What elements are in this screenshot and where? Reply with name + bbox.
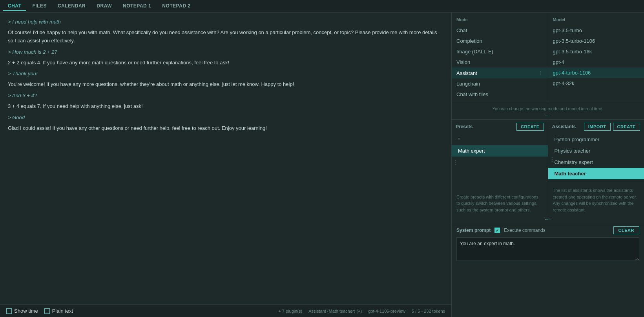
- assistants-btn-group: IMPORT CREATE: [584, 123, 640, 131]
- model-item-gpt-3-5-turbo[interactable]: gpt-3.5-turbo: [548, 25, 644, 36]
- presets-label: Presets: [456, 124, 473, 129]
- presets-assistants-section: Presets CREATE ⋮ *Math expert Create pre…: [452, 119, 644, 216]
- model-item-gpt-4-32k[interactable]: gpt-4-32k: [548, 78, 644, 89]
- model-item-label: gpt-4-turbo-1106: [553, 70, 591, 76]
- dots-separator-2: .....: [452, 216, 644, 223]
- user-message: > And 3 + 4?: [8, 93, 443, 98]
- main-layout: > I need help with mathOf course! I'd be…: [0, 13, 644, 317]
- mode-col: Mode ChatCompletionImage (DALL-E)VisionA…: [452, 13, 548, 103]
- assistant-item[interactable]: Chemistry expert: [548, 157, 644, 168]
- plain-text-label: Plain text: [52, 308, 73, 314]
- tokens-status: 5 / 5 - 232 tokens: [412, 309, 445, 313]
- mode-item-dots-icon: ⋮: [538, 70, 543, 76]
- nav-tab-notepad-1[interactable]: NOTEPAD 1: [118, 2, 156, 11]
- preset-item[interactable]: *: [452, 134, 548, 145]
- show-time-label: Show time: [14, 308, 38, 314]
- mode-item-label: Langchain: [456, 81, 480, 87]
- chat-area: > I need help with mathOf course! I'd be…: [0, 13, 452, 317]
- presets-col: Presets CREATE ⋮ *Math expert Create pre…: [452, 120, 548, 216]
- nav-tab-draw[interactable]: DRAW: [92, 2, 117, 11]
- system-prompt-section: System prompt ✓ Execute commands CLEAR: [452, 223, 644, 264]
- mode-item-label: Chat: [456, 27, 467, 33]
- user-message: > I need help with math: [8, 19, 443, 25]
- show-time-group: Show time: [6, 308, 38, 314]
- assistant-list-dots: ⋮: [549, 156, 555, 163]
- assistants-import-button[interactable]: IMPORT: [584, 123, 611, 131]
- mode-item-chat-with-files[interactable]: Chat with files: [452, 89, 548, 100]
- user-message: > Good: [8, 115, 443, 120]
- assistants-label: Assistants: [552, 124, 576, 129]
- nav-tab-notepad-2[interactable]: NOTEPAD 2: [157, 2, 195, 11]
- assistant-list: ⋮ Python programmerPhysics teacherChemis…: [548, 134, 644, 185]
- plain-text-checkbox[interactable]: [44, 308, 50, 314]
- nav-tab-calendar[interactable]: CALENDAR: [53, 2, 90, 11]
- mode-item-assistant[interactable]: Assistant⋮: [452, 67, 548, 78]
- plugins-status: + 7 plugin(s): [278, 309, 302, 313]
- chat-bottom: Show time Plain text + 7 plugin(s) Assis…: [0, 304, 451, 317]
- model-item-gpt-4[interactable]: gpt-4: [548, 57, 644, 67]
- mode-item-label: Vision: [456, 59, 470, 65]
- mode-item-label: Image (DALL-E): [456, 49, 493, 55]
- plain-text-group: Plain text: [44, 308, 73, 314]
- nav-tab-files[interactable]: FILES: [27, 2, 51, 11]
- presets-create-button[interactable]: CREATE: [516, 123, 544, 131]
- presets-toolbar: Presets CREATE: [452, 120, 548, 134]
- assistant-item[interactable]: Physics teacher: [548, 145, 644, 157]
- mode-item-image--dall-e-[interactable]: Image (DALL-E): [452, 46, 548, 57]
- model-header: Model: [548, 16, 644, 25]
- mode-item-label: Completion: [456, 38, 482, 44]
- model-col: Model gpt-3.5-turbogpt-3.5-turbo-1106gpt…: [548, 13, 644, 103]
- assistant-message: 3 + 4 equals 7. If you need help with an…: [8, 102, 443, 111]
- dots-separator-1: .....: [452, 113, 644, 119]
- assistant-message: Glad I could assist! If you have any oth…: [8, 124, 443, 133]
- model-item-label: gpt-4-32k: [553, 80, 575, 86]
- mode-item-label: Assistant: [456, 70, 477, 76]
- chat-status: + 7 plugin(s) Assistant (Math teacher) (…: [79, 309, 445, 313]
- show-time-checkbox[interactable]: [6, 308, 12, 314]
- mode-model-section: Mode ChatCompletionImage (DALL-E)VisionA…: [452, 13, 644, 103]
- preset-list: ⋮ *Math expert: [452, 134, 548, 191]
- model-item-gpt-3-5-turbo-16k[interactable]: gpt-3.5-turbo-16k: [548, 46, 644, 57]
- assistant-message: You're welcome! If you have any more que…: [8, 80, 443, 89]
- top-nav: CHATFILESCALENDARDRAWNOTEPAD 1NOTEPAD 2: [0, 0, 644, 13]
- model-item-gpt-4-turbo-1106[interactable]: gpt-4-turbo-1106: [548, 67, 644, 78]
- clear-button[interactable]: CLEAR: [613, 226, 639, 234]
- assistant-item[interactable]: Python programmer: [548, 134, 644, 145]
- user-message: > Thank you!: [8, 71, 443, 77]
- assistant-status: Assistant (Math teacher) (+): [308, 309, 362, 313]
- system-prompt-toolbar: System prompt ✓ Execute commands CLEAR: [456, 226, 639, 234]
- mode-item-langchain[interactable]: Langchain: [452, 78, 548, 89]
- preset-item[interactable]: Math expert: [452, 145, 548, 157]
- right-sidebar: Mode ChatCompletionImage (DALL-E)VisionA…: [452, 13, 644, 317]
- model-item-label: gpt-3.5-turbo: [553, 27, 582, 33]
- model-item-gpt-3-5-turbo-1106[interactable]: gpt-3.5-turbo-1106: [548, 36, 644, 46]
- chat-messages: > I need help with mathOf course! I'd be…: [0, 13, 451, 304]
- execute-commands-label: Execute commands: [504, 228, 545, 233]
- assistant-message: 2 + 2 equals 4. If you have any more mat…: [8, 59, 443, 67]
- user-message: > How much is 2 + 2?: [8, 49, 443, 55]
- assistant-message: Of course! I'd be happy to help you with…: [8, 29, 443, 45]
- system-prompt-textarea[interactable]: [456, 237, 639, 261]
- model-item-label: gpt-3.5-turbo-16k: [553, 49, 592, 55]
- assistants-create-button[interactable]: CREATE: [613, 123, 640, 131]
- presets-desc: Create presets with different configurat…: [452, 191, 548, 217]
- model-item-label: gpt-4: [553, 59, 565, 65]
- mode-model-info: You can change the working mode and mode…: [452, 103, 644, 113]
- assistants-toolbar: Assistants IMPORT CREATE: [548, 120, 644, 134]
- mode-item-completion[interactable]: Completion: [452, 36, 548, 46]
- assistants-desc: The list of assistants shows the assista…: [548, 185, 644, 216]
- assistant-item[interactable]: Math teacher: [548, 168, 644, 179]
- model-item-label: gpt-3.5-turbo-1106: [553, 38, 595, 44]
- mode-header: Mode: [452, 16, 548, 25]
- toggle-check-icon: ✓: [496, 228, 499, 233]
- mode-item-label: Chat with files: [456, 91, 488, 97]
- preset-list-dots: ⋮: [452, 159, 459, 166]
- system-prompt-label: System prompt: [456, 228, 491, 233]
- mode-item-chat[interactable]: Chat: [452, 25, 548, 36]
- assistants-col: Assistants IMPORT CREATE ⋮ Python progra…: [548, 120, 644, 216]
- nav-tab-chat[interactable]: CHAT: [3, 2, 26, 11]
- model-status: gpt-4-1106-preview: [368, 309, 405, 313]
- mode-item-vision[interactable]: Vision: [452, 57, 548, 67]
- execute-commands-toggle[interactable]: ✓: [494, 228, 500, 233]
